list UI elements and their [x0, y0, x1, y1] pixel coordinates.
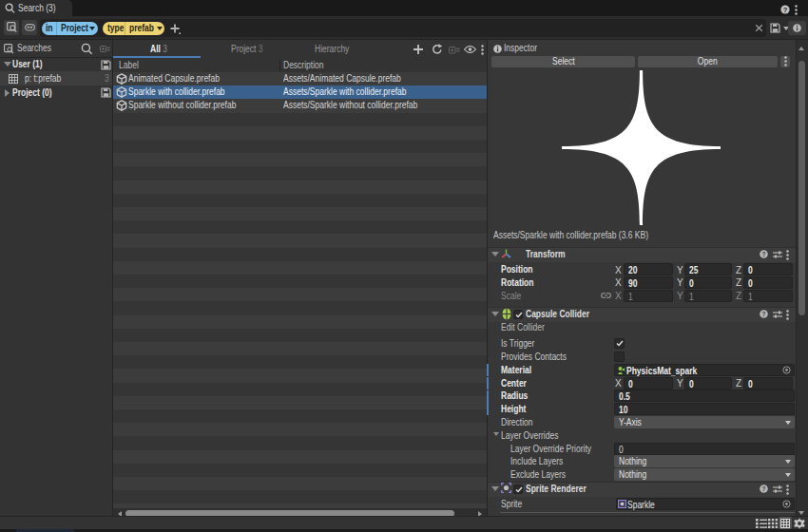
- svg-text:?: ?: [762, 485, 766, 492]
- svg-text:?: ?: [783, 6, 788, 14]
- svg-text:?: ?: [762, 311, 766, 317]
- svg-text:?: ?: [762, 251, 766, 257]
